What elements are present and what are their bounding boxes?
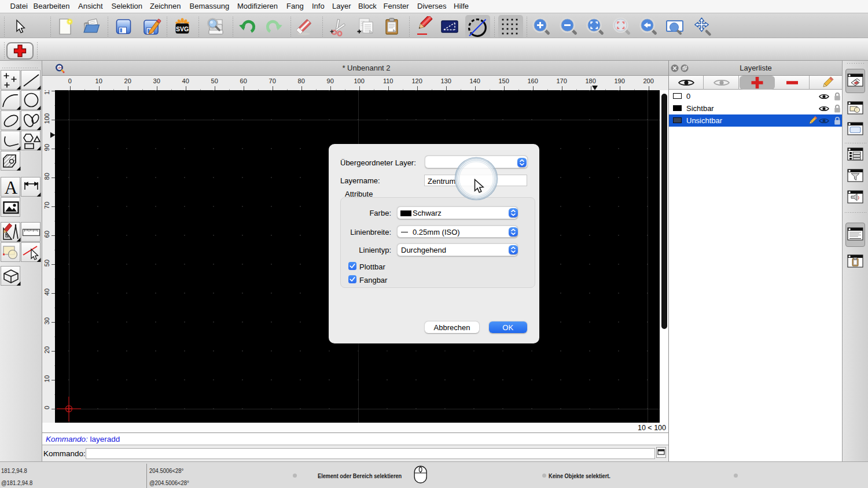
svg-text:A: A <box>5 178 18 197</box>
svg-text:SVG: SVG <box>176 25 189 32</box>
